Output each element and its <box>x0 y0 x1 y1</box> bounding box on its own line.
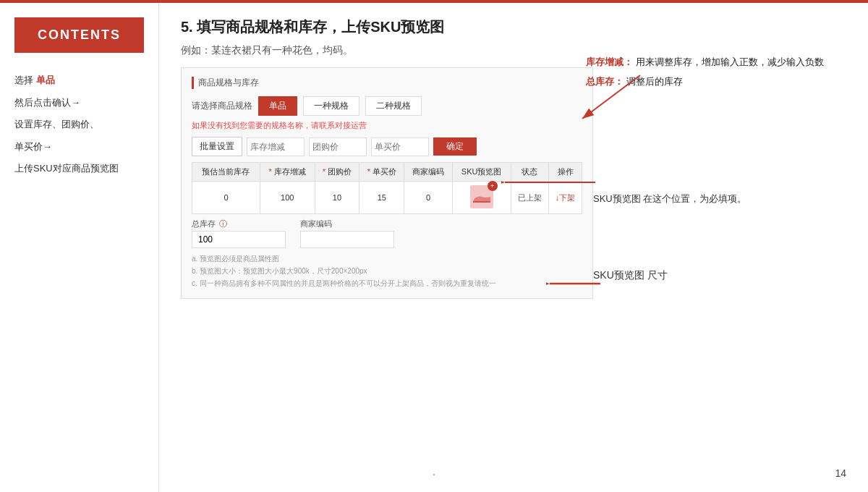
sidebar-item-5: 上传SKU对应商品预览图 <box>14 158 144 179</box>
cell-single-price: 15 <box>359 182 404 214</box>
table-row: 0 100 10 15 0 + <box>192 182 582 214</box>
annotation-total-inventory: 总库存： 调整后的库存 <box>586 73 854 90</box>
sidebar-item-4: 单买价→ <box>14 137 144 158</box>
confirm-button[interactable]: 确定 <box>433 137 477 156</box>
spec-btn-single[interactable]: 单品 <box>258 96 297 116</box>
section-number: 5. <box>181 19 193 35</box>
note-3: c. 同一种商品拥有多种不同属性的并且是两种价格的不可以分开上架商品，否则视为重… <box>192 277 582 289</box>
th-stock-change: 库存增减 <box>260 163 315 182</box>
section-title: 5. 填写商品规格和库存，上传SKU预览图 <box>181 17 846 37</box>
cell-current-stock: 0 <box>192 182 260 214</box>
cell-merchant-code: 0 <box>404 182 452 214</box>
total-stock-input[interactable] <box>192 231 286 248</box>
sku-image-placeholder[interactable]: + <box>470 185 493 208</box>
sidebar-item-1-pre: 选择 <box>14 75 36 85</box>
cell-status: 已上架 <box>511 182 549 214</box>
spec-selector-label: 请选择商品规格 <box>192 100 252 112</box>
spec-panel: 商品规格与库存 请选择商品规格 单品 一种规格 二种规格 如果没有找到您需要的规… <box>181 67 593 299</box>
th-single-price: 单买价 <box>359 163 404 182</box>
spec-btn-two[interactable]: 二种规格 <box>365 96 422 116</box>
annotation-inventory: 库存增减： 用来调整库存，增加输入正数，减少输入负数 总库存： 调整后的库存 <box>586 54 854 93</box>
batch-inventory-input[interactable] <box>247 137 305 156</box>
total-row: 总库存 ⓘ 商家编码 <box>192 219 582 248</box>
total-stock-label: 总库存 ⓘ <box>192 219 286 229</box>
cell-action[interactable]: ↓下架 <box>549 182 582 214</box>
contents-badge: CONTENTS <box>14 17 144 53</box>
batch-group-price-input[interactable] <box>309 137 367 156</box>
spec-btn-one[interactable]: 一种规格 <box>303 96 359 116</box>
sidebar-item-1: 选择 单品 <box>14 70 144 91</box>
sku-table: 预估当前库存 库存增减 团购价 单买价 商家编码 SKU预览图 状态 操作 0 … <box>192 162 582 214</box>
dot-separator: . <box>432 464 435 479</box>
sidebar-nav: 选择 单品 然后点击确认→ 设置库存、团购价、 单买价→ 上传SKU对应商品预览… <box>0 70 158 181</box>
sidebar: CONTENTS 选择 单品 然后点击确认→ 设置库存、团购价、 单买价→ 上传… <box>0 3 159 492</box>
th-merchant-code: 商家编码 <box>404 163 452 182</box>
batch-row: 批量设置 确定 <box>192 137 582 156</box>
merchant-code-total-label: 商家编码 <box>300 219 394 229</box>
batch-single-price-input[interactable] <box>371 137 429 156</box>
cell-stock-change: 100 <box>260 182 315 214</box>
note-1: a. 预览图必须是商品属性图 <box>192 253 582 265</box>
sidebar-item-1-highlight: 单品 <box>36 75 55 85</box>
annotation-sku-pos: SKU预览图 在这个位置，为必填项。 <box>593 192 810 205</box>
cell-group-price: 10 <box>315 182 359 214</box>
batch-set-button[interactable]: 批量设置 <box>192 137 242 156</box>
spec-panel-title: 商品规格与库存 <box>192 77 582 89</box>
sidebar-item-3: 设置库存、团购价、 <box>14 114 144 135</box>
spec-selector-row: 请选择商品规格 单品 一种规格 二种规格 <box>192 96 582 116</box>
cell-sku-preview: + <box>452 182 511 214</box>
sku-shoe-icon <box>470 185 493 208</box>
sidebar-item-2: 然后点击确认→ <box>14 93 144 114</box>
th-group-price: 团购价 <box>315 163 359 182</box>
th-action: 操作 <box>549 163 582 182</box>
merchant-code-total-input[interactable] <box>300 231 394 248</box>
merchant-code-field: 商家编码 <box>300 219 394 248</box>
section-title-text: 填写商品规格和库存，上传SKU预览图 <box>197 19 444 35</box>
spec-notice: 如果没有找到您需要的规格名称，请联系对接运营 <box>192 120 582 131</box>
annotation-sku-size: SKU预览图 尺寸 <box>593 269 796 282</box>
notes: a. 预览图必须是商品属性图 b. 预览图大小：预览图大小最大900k，尺寸20… <box>192 253 582 289</box>
th-current-stock: 预估当前库存 <box>192 163 260 182</box>
total-stock-field: 总库存 ⓘ <box>192 219 286 248</box>
page-number: 14 <box>835 467 846 479</box>
note-2: b. 预览图大小：预览图大小最大900k，尺寸200×200px <box>192 265 582 277</box>
th-sku-preview: SKU预览图 <box>452 163 511 182</box>
main-content: 5. 填写商品规格和库存，上传SKU预览图 例如：某连衣裙只有一种花色，均码。 … <box>159 3 868 492</box>
annotation-inventory-increase: 库存增减： 用来调整库存，增加输入正数，减少输入负数 <box>586 54 854 70</box>
th-status: 状态 <box>511 163 549 182</box>
